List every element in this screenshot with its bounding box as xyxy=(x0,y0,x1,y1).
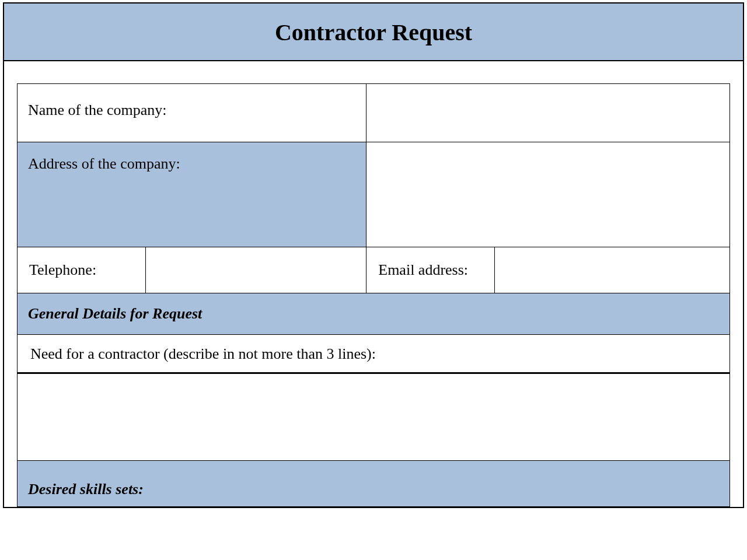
email-input[interactable] xyxy=(495,247,730,293)
email-label: Email address: xyxy=(366,247,495,293)
form-body: Name of the company: Address of the comp… xyxy=(4,61,743,507)
form-container: Contractor Request Name of the company: … xyxy=(3,2,744,508)
form-table: Name of the company: Address of the comp… xyxy=(17,83,730,507)
telephone-label: Telephone: xyxy=(18,247,146,293)
form-title: Contractor Request xyxy=(4,19,743,46)
need-for-contractor-label: Need for a contractor (describe in not m… xyxy=(18,335,730,373)
telephone-input[interactable] xyxy=(145,247,366,293)
company-name-input[interactable] xyxy=(366,84,730,142)
desired-skills-heading: Desired skills sets: xyxy=(18,461,730,507)
company-address-label: Address of the company: xyxy=(18,142,366,247)
form-title-bar: Contractor Request xyxy=(4,4,743,61)
general-details-heading: General Details for Request xyxy=(18,293,730,335)
company-address-input[interactable] xyxy=(366,142,730,247)
company-name-label: Name of the company: xyxy=(18,84,366,142)
need-for-contractor-input[interactable] xyxy=(18,373,730,461)
